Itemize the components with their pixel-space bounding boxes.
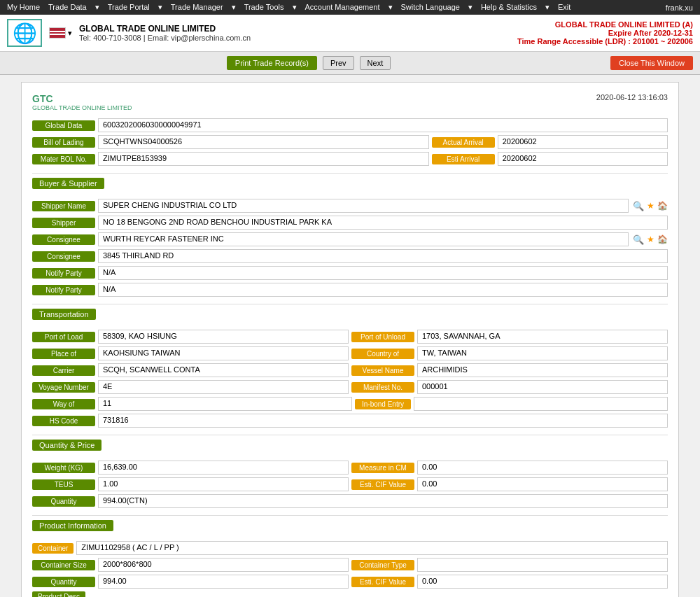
flag-selector[interactable]: ▾ xyxy=(49,27,72,38)
container-type-label: Container Type xyxy=(351,560,414,570)
way-row: Way of 11 In-bond Entry xyxy=(32,397,668,411)
nav-trade-tools[interactable]: Trade Tools xyxy=(244,3,284,12)
container-size-row: Container Size 2000*806*800 Container Ty… xyxy=(32,558,668,572)
notify-party-label2: Notify Party xyxy=(32,285,95,295)
product-info-section: Product Information Container ZIMU110295… xyxy=(32,520,668,597)
consignee-name-value: WURTH REYCAR FASTENER INC xyxy=(98,232,629,246)
mater-bol-label: Mater BOL No. xyxy=(32,154,95,164)
nav-exit[interactable]: Exit xyxy=(558,3,570,12)
voyage-value: 4E xyxy=(98,380,349,394)
shipper-label: Shipper xyxy=(32,218,95,228)
place-row: Place of KAOHSIUNG TAIWAN Country of TW,… xyxy=(32,346,668,360)
buyer-supplier-section: Buyer & Supplier Shipper Name SUPER CHEN… xyxy=(32,178,668,297)
port-load-value: 58309, KAO HSIUNG xyxy=(98,330,349,344)
header-left: 🌐 ▾ GLOBAL TRADE ONLINE LIMITED Tel: 400… xyxy=(7,19,251,47)
top-nav: My Home Trade Data ▾ Trade Portal ▾ Trad… xyxy=(0,0,700,15)
company-name: GLOBAL TRADE ONLINE LIMITED xyxy=(79,24,251,34)
logo: 🌐 xyxy=(7,19,42,47)
nav-switch-language[interactable]: Switch Language xyxy=(401,3,460,12)
country-value: TW, TAIWAN xyxy=(417,346,668,360)
hs-code-label: HS Code xyxy=(32,416,95,426)
in-bond-label: In-bond Entry xyxy=(355,399,411,409)
teus-row: TEUS 1.00 Esti. CIF Value 0.00 xyxy=(32,477,668,491)
consignee-home-icon[interactable]: 🏠 xyxy=(657,234,668,244)
vessel-value: ARCHIMIDIS xyxy=(417,363,668,377)
nav-my-home[interactable]: My Home xyxy=(7,3,40,12)
weight-value: 16,639.00 xyxy=(98,461,349,475)
quantity-prod-row: Quantity 994.00 Esti. CIF Value 0.00 xyxy=(32,575,668,589)
quantity-prod-label: Quantity xyxy=(32,577,95,587)
global-data-label: Global Data xyxy=(32,120,95,131)
prev-button[interactable]: Prev xyxy=(323,56,354,70)
shipper-row: Shipper NO 18 BENGONG 2ND ROAD BENCHOU I… xyxy=(32,216,668,230)
notify-party-row2: Notify Party N/A xyxy=(32,283,668,297)
print-button[interactable]: Print Trade Record(s) xyxy=(227,56,317,70)
us-flag xyxy=(49,27,66,38)
home-icon[interactable]: 🏠 xyxy=(657,201,668,211)
nav-account-management[interactable]: Account Management xyxy=(305,3,380,12)
close-button[interactable]: Close This Window xyxy=(610,56,693,70)
consignee-address-row: Consignee 3845 THIRLAND RD xyxy=(32,249,668,263)
notify-party-value: N/A xyxy=(98,266,668,280)
port-unload-label: Port of Unload xyxy=(351,332,414,342)
quantity-value: 994.00(CTN) xyxy=(98,494,668,508)
nav-user: frank.xu xyxy=(666,3,693,12)
manifest-label: Manifest No. xyxy=(351,382,414,393)
quantity-row: Quantity 994.00(CTN) xyxy=(32,494,668,508)
bol-row: Bill of Lading SCQHTWNS04000526 Actual A… xyxy=(32,135,668,149)
esti-arrival-label: Esti Arrival xyxy=(432,154,495,164)
manifest-value: 000001 xyxy=(417,380,668,394)
next-button[interactable]: Next xyxy=(360,56,391,70)
consignee-address-label: Consignee xyxy=(32,251,95,262)
port-unload-value: 1703, SAVANNAH, GA xyxy=(417,330,668,344)
container-size-value: 2000*806*800 xyxy=(98,558,349,572)
star-icon[interactable]: ★ xyxy=(647,201,654,211)
account-name: GLOBAL TRADE ONLINE LIMITED (A) xyxy=(517,20,693,29)
quantity-prod-value: 994.00 xyxy=(98,575,349,589)
weight-row: Weight (KG) 16,639.00 Measure in CM 0.00 xyxy=(32,461,668,475)
product-info-header: Product Information xyxy=(32,520,668,537)
gto-logo-small: GTC GLOBAL TRADE ONLINE LIMITED xyxy=(32,93,132,111)
notify-party-label: Notify Party xyxy=(32,268,95,279)
shipper-name-row: Shipper Name SUPER CHENG INDUSTRIAL CO L… xyxy=(32,199,668,213)
vessel-label: Vessel Name xyxy=(351,365,414,376)
consignee-star-icon[interactable]: ★ xyxy=(647,234,654,244)
nav-trade-portal[interactable]: Trade Portal xyxy=(108,3,150,12)
weight-label: Weight (KG) xyxy=(32,463,95,473)
header-bar: 🌐 ▾ GLOBAL TRADE ONLINE LIMITED Tel: 400… xyxy=(0,15,700,52)
nav-links[interactable]: My Home Trade Data ▾ Trade Portal ▾ Trad… xyxy=(7,3,570,12)
hs-code-row: HS Code 731816 xyxy=(32,414,668,428)
country-label: Country of xyxy=(351,349,414,359)
container-row: Container ZIMU1102958 ( AC / L / PP ) xyxy=(32,541,668,555)
container-size-label: Container Size xyxy=(32,560,95,570)
container-type-value xyxy=(417,558,668,572)
shipper-value: NO 18 BENGONG 2ND ROAD BENCHOU INDUSTRIA… xyxy=(98,216,668,230)
shipper-name-label: Shipper Name xyxy=(32,201,95,211)
nav-help[interactable]: Help & Statistics xyxy=(481,3,537,12)
way-value: 11 xyxy=(98,397,352,411)
logo-icon: 🌐 xyxy=(7,19,42,47)
quantity-price-section: Quantity & Price Weight (KG) 16,639.00 M… xyxy=(32,440,668,508)
nav-trade-manager[interactable]: Trade Manager xyxy=(171,3,223,12)
esti-cif-value: 0.00 xyxy=(417,477,668,491)
place-value: KAOHSIUNG TAIWAN xyxy=(98,346,349,360)
carrier-value: SCQH, SCANWELL CONTA xyxy=(98,363,349,377)
mater-bol-row: Mater BOL No. ZIMUTPE8153939 Esti Arriva… xyxy=(32,152,668,166)
timestamp: 2020-06-12 13:16:03 xyxy=(596,93,668,101)
product-desc-row: Product Desc xyxy=(32,591,668,597)
place-label: Place of xyxy=(32,349,95,359)
consignee-search-icon[interactable]: 🔍 xyxy=(633,234,644,245)
time-range: Time Range Accessible (LDR) : 201001 ~ 2… xyxy=(517,37,693,45)
expire-date: Expire After 2020-12-31 xyxy=(517,29,693,37)
measure-label: Measure in CM xyxy=(351,463,414,473)
search-icon[interactable]: 🔍 xyxy=(633,201,644,211)
transportation-header: Transportation xyxy=(32,309,668,325)
header-right: GLOBAL TRADE ONLINE LIMITED (A) Expire A… xyxy=(517,20,693,45)
consignee-name-label: Consignee xyxy=(32,234,95,245)
content-area: GTC GLOBAL TRADE ONLINE LIMITED 2020-06-… xyxy=(0,75,700,597)
nav-trade-data[interactable]: Trade Data xyxy=(48,3,87,12)
flag-dropdown-arrow[interactable]: ▾ xyxy=(68,29,72,38)
hs-code-value: 731816 xyxy=(98,414,668,428)
teus-value: 1.00 xyxy=(98,477,349,491)
way-label: Way of xyxy=(32,399,95,409)
